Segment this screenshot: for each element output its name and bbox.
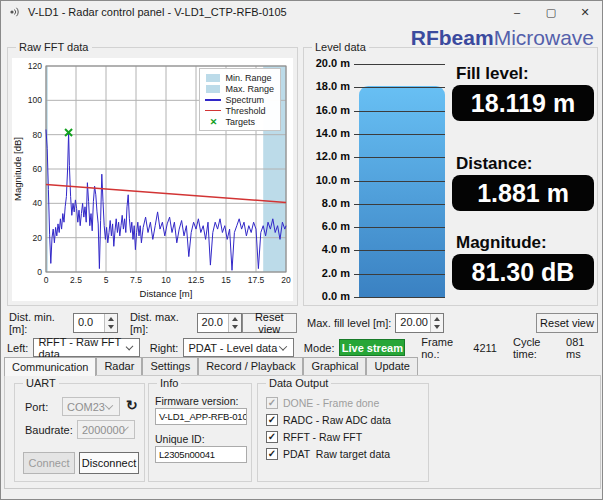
- checkbox-label: RFFT - Raw FFT: [283, 431, 362, 443]
- fft-reset-view-button[interactable]: Reset view: [242, 313, 297, 333]
- raw-fft-group: Raw FFT data 02.557.51012.51517.52002040…: [7, 47, 298, 306]
- left-select-label: Left:: [7, 342, 28, 354]
- checkbox-label: PDAT Raw target data: [283, 448, 390, 460]
- connect-button[interactable]: Connect: [23, 452, 75, 474]
- legend-item: Threshold: [205, 105, 274, 116]
- svg-text:5: 5: [104, 275, 109, 285]
- disconnect-button[interactable]: Disconnect: [79, 452, 139, 474]
- legend-item: Max. Range: [205, 83, 274, 94]
- x-axis-title: Distance [m]: [140, 288, 193, 299]
- legend-area-swatch-icon: [205, 85, 221, 93]
- svg-text:0: 0: [37, 267, 42, 277]
- checkbox-label: DONE - Frame done: [283, 397, 379, 409]
- app-window: V-LD1 - Radar control panel - V-LD1_CTP-…: [0, 0, 603, 500]
- legend-target-marker-icon: ✕: [205, 118, 221, 126]
- legend-threshold-line-icon: [205, 110, 221, 112]
- tab-communication[interactable]: Communication: [4, 357, 96, 376]
- gauge-tick-label: 16.0 m: [304, 104, 350, 116]
- svg-text:20: 20: [33, 233, 43, 243]
- svg-text:80: 80: [33, 130, 43, 140]
- dist-max-label: Dist. max. [m]:: [130, 311, 193, 335]
- legend-label: Max. Range: [225, 84, 274, 94]
- close-button[interactable]: ✕: [568, 1, 602, 23]
- gauge-tick-label: 12.0 m: [304, 150, 350, 162]
- svg-text:12.5: 12.5: [188, 275, 205, 285]
- checkbox-rfft[interactable]: ✓RFFT - Raw FFT: [258, 428, 428, 445]
- checkbox-icon[interactable]: ✓: [266, 448, 278, 460]
- spinner-arrows-icon[interactable]: [228, 314, 241, 332]
- max-fill-level-spinner[interactable]: 20.00: [395, 313, 444, 333]
- svg-text:0: 0: [44, 275, 49, 285]
- logo-microwave: Microwave: [494, 26, 594, 49]
- gauge-tick-label: 14.0 m: [304, 127, 350, 139]
- svg-text:17.5: 17.5: [248, 275, 265, 285]
- y-axis-title: Magnitude [dB]: [12, 137, 23, 201]
- distance-label: Distance:: [456, 154, 533, 174]
- unique-id-field[interactable]: L2305n00041: [155, 446, 247, 463]
- legend-area-swatch-icon: [205, 74, 221, 82]
- checkbox-icon: ✓: [266, 397, 278, 409]
- checkbox-label: RADC - Raw ADC data: [283, 414, 391, 426]
- frame-no-value: 4211: [473, 342, 497, 354]
- level-gauge: 20.0 m18.0 m16.0 m14.0 m12.0 m10.0 m8.0 …: [304, 48, 454, 305]
- tab-settings[interactable]: Settings: [142, 357, 198, 375]
- gauge-tick-label: 0.0 m: [304, 290, 350, 302]
- data-output-group: Data Output ✓DONE - Frame done✓RADC - Ra…: [257, 383, 429, 482]
- window-title: V-LD1 - Radar control panel - V-LD1_CTP-…: [28, 6, 287, 18]
- gauge-tick-line: [354, 87, 445, 88]
- baudrate-label: Baudrate:: [25, 424, 73, 436]
- gauge-tick-line: [354, 204, 445, 205]
- communication-tab-pane: UART Port: COM23 ↻ Baudrate: 2000000 Con…: [4, 375, 601, 489]
- spinner-arrows-icon[interactable]: [104, 314, 117, 332]
- gauge-tick-line: [354, 274, 445, 275]
- legend-label: Targets: [225, 117, 255, 127]
- right-select-label: Right:: [150, 342, 179, 354]
- dist-max-spinner[interactable]: 20.0: [197, 313, 242, 333]
- legend-label: Min. Range: [225, 73, 271, 83]
- chevron-down-icon: [105, 401, 113, 409]
- gauge-tick-line: [354, 134, 445, 135]
- checkbox-radc[interactable]: ✓RADC - Raw ADC data: [258, 411, 428, 428]
- gauge-tick-label: 8.0 m: [304, 197, 350, 209]
- checkbox-pdat[interactable]: ✓PDAT Raw target data: [258, 445, 428, 462]
- raw-fft-group-label: Raw FFT data: [16, 41, 92, 53]
- fill-level-value: 18.119 m: [452, 85, 594, 121]
- level-reset-view-button[interactable]: Reset view: [536, 313, 598, 333]
- gauge-tick-label: 20.0 m: [304, 57, 350, 69]
- gauge-tick-label: 6.0 m: [304, 220, 350, 232]
- firmware-version-field[interactable]: V-LD1_APP-RFB-0105: [155, 408, 247, 425]
- uart-group: UART Port: COM23 ↻ Baudrate: 2000000 Con…: [14, 383, 145, 482]
- baudrate-select[interactable]: 2000000: [77, 420, 135, 439]
- fft-chart[interactable]: 02.557.51012.51517.520020406080100120Dis…: [12, 58, 293, 301]
- legend-item: Spectrum: [205, 94, 274, 105]
- maximize-button[interactable]: ▢: [534, 1, 568, 23]
- tab-record-playback[interactable]: Record / Playback: [198, 357, 303, 375]
- spinner-arrows-icon[interactable]: [430, 314, 443, 332]
- svg-text:7.5: 7.5: [130, 275, 142, 285]
- uart-group-label: UART: [23, 377, 59, 389]
- minimize-button[interactable]: –: [500, 1, 534, 23]
- level-bar: [359, 86, 445, 297]
- refresh-ports-icon[interactable]: ↻: [126, 398, 138, 412]
- gauge-tick-label: 2.0 m: [304, 267, 350, 279]
- svg-text:15: 15: [221, 275, 231, 285]
- tab-graphical[interactable]: Graphical: [303, 357, 366, 375]
- left-display-select[interactable]: RFFT - Raw FFT data: [33, 338, 139, 357]
- legend-label: Threshold: [225, 106, 265, 116]
- gauge-tick-line: [354, 181, 445, 182]
- app-icon: [8, 5, 22, 19]
- info-group-label: Info: [157, 377, 181, 389]
- tab-update[interactable]: Update: [366, 357, 417, 375]
- dist-min-spinner[interactable]: 0.0: [73, 313, 118, 333]
- port-label: Port:: [25, 401, 48, 413]
- svg-text:120: 120: [28, 61, 42, 71]
- tab-radar[interactable]: Radar: [96, 357, 142, 375]
- checkbox-icon[interactable]: ✓: [266, 414, 278, 426]
- chevron-down-icon: [279, 342, 287, 350]
- title-bar: V-LD1 - Radar control panel - V-LD1_CTP-…: [1, 1, 602, 23]
- checkbox-done: ✓DONE - Frame done: [258, 394, 428, 411]
- svg-text:40: 40: [33, 198, 43, 208]
- right-display-select[interactable]: PDAT - Level data: [183, 338, 293, 357]
- checkbox-icon[interactable]: ✓: [266, 431, 278, 443]
- port-select[interactable]: COM23: [62, 397, 120, 416]
